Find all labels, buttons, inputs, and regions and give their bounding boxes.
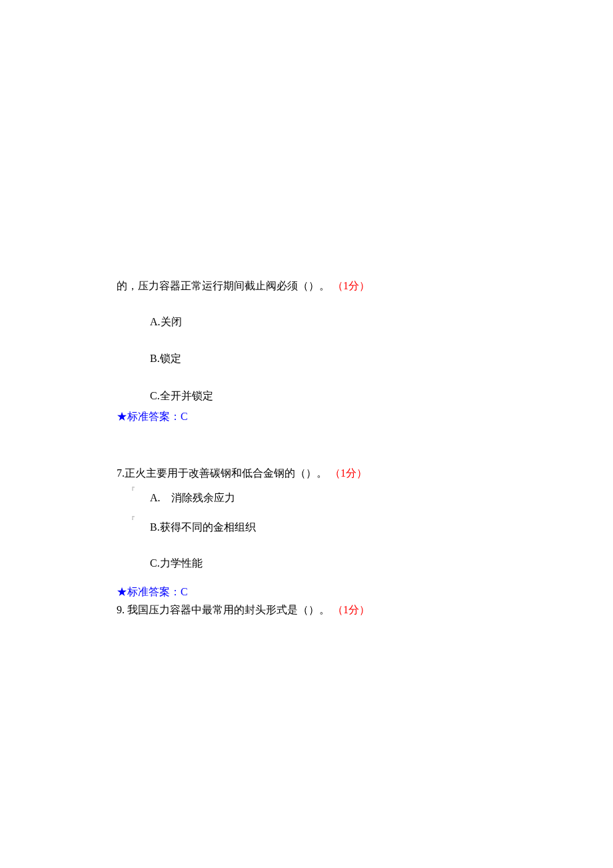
stem-text: 7.正火主要用于改善碳钢和低合金钢的（）。 — [117, 467, 327, 479]
question-stem: 9. 我国压力容器中最常用的封头形式是（）。 （1分） — [117, 601, 516, 619]
option-a: A. 消除残余应力 — [150, 489, 516, 507]
question-stem: 7.正火主要用于改善碳钢和低合金钢的（）。 （1分） — [117, 465, 516, 482]
bracket-marker-icon: 『 — [127, 515, 135, 526]
stem-text: 9. 我国压力容器中最常用的封头形式是（）。 — [117, 604, 330, 615]
score-label: （1分） — [330, 467, 367, 479]
option-a: A.关闭 — [150, 313, 516, 331]
question-9: 9. 我国压力容器中最常用的封头形式是（）。 （1分） — [117, 601, 516, 619]
standard-answer: ★标准答案：C — [117, 409, 516, 424]
standard-answer: ★标准答案：C — [117, 585, 516, 599]
score-label: （1分） — [332, 604, 370, 615]
question-6: 的，压力容器正常运行期间截止阀必须（）。 （1分） A.关闭 B.锁定 C.全开… — [117, 277, 516, 425]
options-list: A.关闭 B.锁定 C.全开并锁定 — [150, 313, 516, 405]
option-b: B.获得不同的金相组织 — [150, 519, 516, 536]
stem-text: 的，压力容器正常运行期间截止阀必须（）。 — [117, 280, 330, 291]
score-label: （1分） — [332, 280, 370, 291]
options-list: 『 A. 消除残余应力 『 B.获得不同的金相组织 C.力学性能 — [150, 489, 516, 571]
option-c: C.全开并锁定 — [150, 387, 516, 405]
option-c: C.力学性能 — [150, 555, 516, 572]
exam-content: 的，压力容器正常运行期间截止阀必须（）。 （1分） A.关闭 B.锁定 C.全开… — [117, 277, 516, 637]
question-7: 7.正火主要用于改善碳钢和低合金钢的（）。 （1分） 『 A. 消除残余应力 『… — [117, 465, 516, 600]
option-b: B.锁定 — [150, 350, 516, 367]
bracket-marker-icon: 『 — [127, 485, 135, 497]
question-stem: 的，压力容器正常运行期间截止阀必须（）。 （1分） — [117, 277, 516, 295]
